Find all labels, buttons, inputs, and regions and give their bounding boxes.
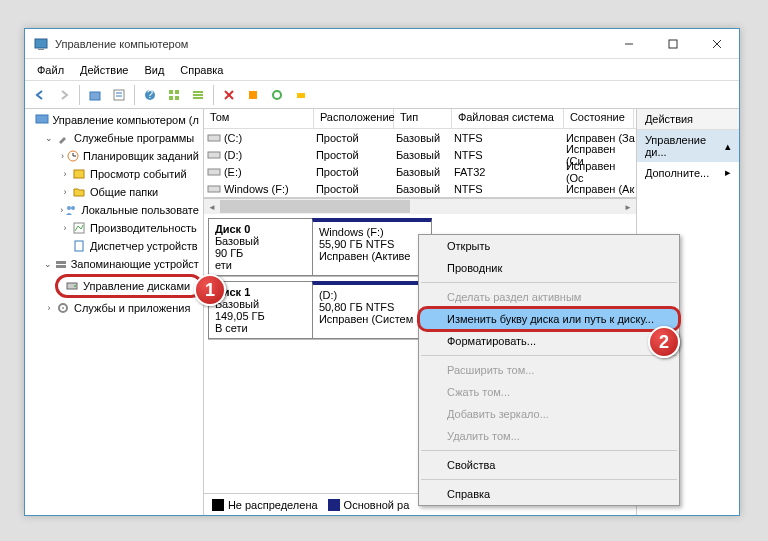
hscrollbar[interactable]: ◄ ► — [204, 198, 636, 214]
tree-label: Запоминающие устройст — [71, 258, 199, 270]
disk-name: Диск 0 — [215, 223, 306, 235]
tree-label: Службы и приложения — [74, 302, 190, 314]
close-button[interactable] — [695, 30, 739, 58]
annotation-badge-2: 2 — [648, 326, 680, 358]
tree-events[interactable]: ›Просмотр событий — [25, 165, 203, 183]
partition[interactable]: (D:) 50,80 ГБ NTFS Исправен (Систем — [312, 281, 432, 339]
ctx-properties[interactable]: Свойства — [419, 454, 679, 476]
col-type[interactable]: Тип — [394, 109, 452, 128]
tree-root[interactable]: Управление компьютером (л — [25, 111, 203, 129]
part-title: (D:) — [319, 289, 425, 301]
menubar: Файл Действие Вид Справка — [25, 59, 739, 81]
ctx-format[interactable]: Форматировать... — [419, 330, 679, 352]
svg-rect-41 — [208, 169, 220, 175]
list-button[interactable] — [187, 84, 209, 106]
svg-rect-39 — [208, 135, 220, 141]
actions-more[interactable]: Дополните...▸ — [637, 162, 739, 183]
svg-point-38 — [62, 307, 64, 309]
svg-rect-16 — [193, 91, 203, 93]
volume-header: Том Расположение Тип Файловая система Со… — [204, 109, 636, 129]
tree-label: Планировщик заданий — [83, 150, 199, 162]
col-fs[interactable]: Файловая система — [452, 109, 564, 128]
tree-shared[interactable]: ›Общие папки — [25, 183, 203, 201]
menu-action[interactable]: Действие — [72, 62, 136, 78]
vol-layout: Простой — [316, 132, 396, 144]
tools-icon — [55, 130, 71, 146]
scroll-right-icon[interactable]: ► — [620, 199, 636, 215]
forward-button[interactable] — [53, 84, 75, 106]
svg-rect-23 — [297, 93, 305, 98]
tree-services[interactable]: ›Службы и приложения — [25, 299, 203, 317]
maximize-button[interactable] — [651, 30, 695, 58]
tree-tools[interactable]: ⌄Служебные программы — [25, 129, 203, 147]
drive-icon — [207, 182, 221, 196]
tree-devmgr[interactable]: Диспетчер устройств — [25, 237, 203, 255]
vol-status: Исправен (Ос — [566, 160, 636, 184]
part-title: Windows (F:) — [319, 226, 425, 238]
tree-perf[interactable]: ›Производительность — [25, 219, 203, 237]
ctx-shrink: Сжать том... — [419, 381, 679, 403]
tree-users[interactable]: ›Локальные пользовате — [25, 201, 203, 219]
actions-disk-management[interactable]: Управление ди...▴ — [637, 130, 739, 162]
vol-name: (D:) — [224, 149, 316, 161]
menu-view[interactable]: Вид — [136, 62, 172, 78]
up-button[interactable] — [84, 84, 106, 106]
tree-diskmgmt[interactable]: Управление дисками — [55, 274, 203, 298]
properties-button[interactable] — [108, 84, 130, 106]
menu-help[interactable]: Справка — [172, 62, 231, 78]
vol-status: Исправен (Ак — [566, 183, 636, 195]
minimize-button[interactable] — [607, 30, 651, 58]
svg-text:?: ? — [147, 88, 153, 100]
col-tom[interactable]: Том — [204, 109, 314, 128]
action-label: Управление ди... — [645, 134, 725, 158]
vol-fs: NTFS — [454, 132, 566, 144]
part-size: 50,80 ГБ NTFS — [319, 301, 425, 313]
partition[interactable]: Windows (F:) 55,90 ГБ NTFS Исправен (Акт… — [312, 218, 432, 276]
view-button[interactable] — [163, 84, 185, 106]
ctx-help[interactable]: Справка — [419, 483, 679, 505]
app-icon — [33, 36, 49, 52]
part-status: Исправен (Активе — [319, 250, 425, 262]
tree-storage[interactable]: ⌄Запоминающие устройст — [25, 255, 203, 273]
drive-icon — [207, 165, 221, 179]
svg-rect-28 — [74, 170, 84, 178]
ctx-separator — [421, 282, 677, 283]
annotation-badge-1: 1 — [194, 274, 226, 306]
disk-icon — [64, 278, 80, 294]
settings-button[interactable] — [242, 84, 264, 106]
disk-status: В сети — [215, 322, 306, 334]
volume-row[interactable]: (E:)ПростойБазовыйFAT32Исправен (Ос — [204, 163, 636, 180]
tree-label: Общие папки — [90, 186, 158, 198]
ctx-separator — [421, 450, 677, 451]
delete-button[interactable] — [218, 84, 240, 106]
col-layout[interactable]: Расположение — [314, 109, 394, 128]
ctx-open[interactable]: Открыть — [419, 235, 679, 257]
volume-list: (C:)ПростойБазовыйNTFSИсправен (За (D:)П… — [204, 129, 636, 198]
tree-scheduler[interactable]: ›Планировщик заданий — [25, 147, 203, 165]
action-button[interactable] — [290, 84, 312, 106]
tree-panel: Управление компьютером (л ⌄Служебные про… — [25, 109, 204, 515]
part-size: 55,90 ГБ NTFS — [319, 238, 425, 250]
vol-type: Базовый — [396, 149, 454, 161]
part-status: Исправен (Систем — [319, 313, 425, 325]
ctx-change-letter[interactable]: Изменить букву диска или путь к диску... — [419, 308, 679, 330]
computer-icon — [35, 112, 49, 128]
tree-label: Просмотр событий — [90, 168, 187, 180]
legend-label: Основной ра — [344, 499, 410, 511]
scroll-thumb[interactable] — [220, 200, 410, 213]
tree-label: Управление компьютером (л — [52, 114, 199, 126]
disk-size: 149,05 ГБ — [215, 310, 306, 322]
volume-row[interactable]: Windows (F:)ПростойБазовыйNTFSИсправен (… — [204, 180, 636, 197]
refresh-button[interactable] — [266, 84, 288, 106]
ctx-explorer[interactable]: Проводник — [419, 257, 679, 279]
disk-info[interactable]: Диск 0 Базовый 90 ГБ ети — [208, 218, 312, 276]
vol-type: Базовый — [396, 166, 454, 178]
col-status[interactable]: Состояние — [564, 109, 634, 128]
menu-file[interactable]: Файл — [29, 62, 72, 78]
scroll-left-icon[interactable]: ◄ — [204, 199, 220, 215]
help-button[interactable]: ? — [139, 84, 161, 106]
users-icon — [64, 202, 78, 218]
disk-name: Диск 1 — [215, 286, 306, 298]
back-button[interactable] — [29, 84, 51, 106]
tree-label: Диспетчер устройств — [90, 240, 198, 252]
